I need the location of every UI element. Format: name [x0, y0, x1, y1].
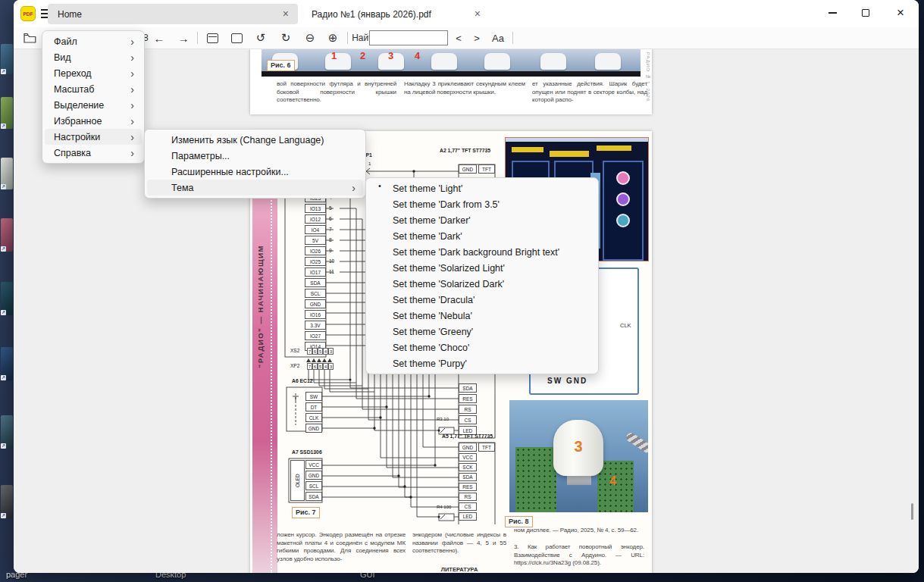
menu-item[interactable]: • Справка ›: [45, 145, 142, 161]
open-file-icon[interactable]: [21, 27, 38, 48]
sumatra-pdf-window: PDF Home × Радио №1 (январь 2026).pdf × …: [14, 0, 919, 573]
toolbar-separator: [347, 32, 348, 44]
encoder-photo: 3 4: [509, 400, 648, 512]
tab-label: Home: [58, 9, 82, 20]
desktop-icon[interactable]: ↗: [1, 347, 13, 380]
shortcut-arrow-icon: ↗: [1, 513, 6, 518]
window-minimize-button[interactable]: [816, 0, 849, 26]
theme-menu-item[interactable]: • Set theme 'Dark background Bright text…: [368, 244, 596, 260]
find-input[interactable]: [369, 30, 448, 45]
connector-digit: 7: [307, 363, 312, 370]
menu-item[interactable]: • Изменить язык (Change Language) ›: [147, 132, 363, 148]
a6-pin: CLK: [305, 413, 322, 422]
theme-menu-item[interactable]: • Set theme 'Dark from 3.5' ›: [368, 196, 596, 212]
titlebar: PDF Home × Радио №1 (январь 2026).pdf × …: [14, 0, 919, 27]
find-next-icon[interactable]: >: [470, 27, 484, 48]
toolbar-separator: [512, 32, 513, 44]
menu-item[interactable]: • Параметры... ›: [147, 148, 363, 164]
a2-pin: CS: [459, 415, 477, 424]
menu-item[interactable]: • Масштаб ›: [45, 81, 142, 97]
a5-module-header: A5 1,77" TFT ST7735: [442, 433, 493, 439]
page2-text-col2: энкодером (числовые индексы в названии ф…: [412, 531, 506, 555]
single-page-icon[interactable]: [227, 27, 246, 48]
submenu-arrow-icon: ›: [352, 182, 356, 194]
a2-pin: RES: [459, 394, 477, 403]
a5-pin: SCK: [459, 463, 477, 471]
figure6-label: Рис. 6: [267, 60, 295, 71]
desktop-icon[interactable]: ↗: [1, 97, 13, 129]
a6-module-header: A6 EC12: [292, 378, 313, 383]
tab-document[interactable]: Радио №1 (январь 2026).pdf ×: [303, 4, 478, 24]
wire-number: 7: [329, 224, 334, 235]
photo-digit: 2: [360, 50, 365, 61]
desktop-icon[interactable]: ↗: [1, 44, 13, 74]
page-margin-text: РАДИО № 1, 2026: [646, 52, 650, 102]
tab-close-icon[interactable]: ×: [283, 8, 289, 20]
menu-item[interactable]: • Переход ›: [45, 65, 142, 81]
previous-page-icon[interactable]: ←: [150, 27, 168, 48]
a2-pin: RS: [459, 405, 477, 414]
theme-menu-item[interactable]: • Set theme 'Solarized Dark' ›: [368, 276, 596, 292]
rotate-right-icon[interactable]: ↻: [276, 27, 296, 48]
figure7-label: Рис. 7: [292, 507, 320, 518]
vertical-scrollbar-thumb[interactable]: [911, 503, 913, 520]
desktop-icon[interactable]: ↗: [1, 485, 13, 518]
theme-menu-item[interactable]: • Set theme 'Light' ›: [368, 180, 596, 196]
menu-item[interactable]: • Расширенные настройки... ›: [147, 164, 363, 180]
window-maximize-button[interactable]: [849, 0, 882, 26]
menu-item[interactable]: • Тема ›: [147, 180, 363, 196]
zoom-out-icon[interactable]: ⊖: [300, 27, 320, 48]
settings-submenu: • Изменить язык (Change Language) › • Па…: [144, 129, 366, 199]
mk-pin: 3.3V: [305, 321, 326, 330]
theme-menu-item[interactable]: • Set theme 'Nebula' ›: [368, 308, 596, 324]
window-close-button[interactable]: ×: [884, 0, 917, 26]
theme-menu-item[interactable]: • Set theme 'Solarized Light' ›: [368, 260, 596, 276]
desktop-icon[interactable]: ↗: [1, 218, 13, 252]
desktop-icon[interactable]: ↗: [1, 282, 13, 315]
tab-home[interactable]: Home ×: [48, 4, 298, 24]
match-case-button[interactable]: Aa: [488, 27, 508, 48]
a7-module-header: A7 SSD1306: [292, 449, 322, 455]
rotate-left-icon[interactable]: ↺: [251, 27, 271, 48]
mk-pin: IO25: [305, 257, 326, 266]
banner-section-text: “РАДИО” — НАЧИНАЮЩИМ: [256, 245, 265, 368]
menu-item[interactable]: • Файл ›: [45, 33, 142, 49]
a5-tft-pin: TFT: [478, 443, 495, 452]
photo-digit-3: 3: [553, 438, 603, 455]
menu-item[interactable]: • Выделение ›: [45, 97, 142, 113]
a7-pin: SDA: [305, 492, 322, 501]
facing-pages-icon[interactable]: [202, 27, 222, 48]
a2-pin: SDA: [459, 383, 477, 393]
theme-menu-item[interactable]: • Set theme 'Darker' ›: [368, 212, 596, 228]
toolbar-separator: [197, 32, 198, 44]
menu-item[interactable]: • Вид ›: [45, 49, 142, 65]
connector-digit: 3: [328, 348, 334, 355]
a2-module-header: A2 1,77" TFT ST7735: [440, 148, 490, 153]
xp2-label: XP2: [290, 363, 299, 368]
wire-number: 9: [329, 246, 334, 256]
menu-item[interactable]: • Избранное ›: [45, 113, 142, 129]
next-page-icon[interactable]: →: [174, 27, 193, 48]
encoder-knob: 3: [553, 420, 603, 476]
photo-digit: 1: [331, 50, 337, 61]
connector-digit: 7: [307, 348, 312, 355]
toolbar: 68 ← → ↺ ↻ ⊖ ⊕ Найти: < > Aa: [14, 27, 919, 49]
theme-menu-item[interactable]: • Set theme 'Choco' ›: [368, 340, 596, 355]
theme-menu-item[interactable]: • Set theme 'Dracula' ›: [368, 292, 596, 308]
find-previous-icon[interactable]: <: [452, 27, 465, 48]
a5-pin: LED: [459, 512, 477, 521]
page1-text-col2: Накладку 3 приклеивают секундным клеем н…: [404, 80, 525, 96]
connector-digit: 3: [328, 363, 334, 370]
desktop-icon[interactable]: ↗: [1, 415, 13, 449]
theme-menu-item[interactable]: • Set theme 'Greeny' ›: [368, 324, 596, 340]
theme-menu-item[interactable]: • Set theme 'Purpy' ›: [368, 355, 596, 371]
zoom-in-icon[interactable]: ⊕: [323, 27, 343, 48]
theme-menu-item[interactable]: • Set theme 'Dark' ›: [368, 228, 596, 244]
tab-close-icon[interactable]: ×: [475, 8, 481, 20]
shortcut-arrow-icon: ↗: [1, 443, 6, 449]
a7-pin: SCL: [305, 481, 322, 490]
pdf-page-1: 1 2 3 4 Рис. 6 вой поверхности футляра и…: [250, 49, 652, 114]
connector-digit: 6: [312, 348, 318, 355]
desktop-icon[interactable]: ↗: [1, 158, 13, 189]
menu-item[interactable]: • Настройки ›: [45, 129, 142, 145]
